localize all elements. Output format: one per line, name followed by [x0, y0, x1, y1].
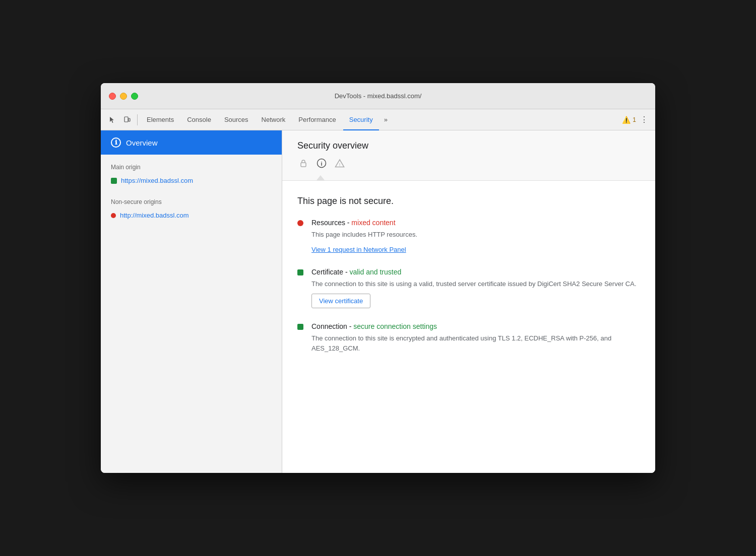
connection-item: Connection - secure connection settings …	[297, 322, 640, 358]
certificate-item: Certificate - valid and trusted The conn…	[297, 268, 640, 309]
green-square-icon	[297, 269, 303, 275]
main-content: ℹ Overview Main origin https://mixed.bad…	[101, 130, 655, 473]
caret-indicator	[297, 175, 640, 180]
tab-performance[interactable]: Performance	[292, 109, 342, 130]
certificate-content: Certificate - valid and trusted The conn…	[311, 268, 637, 309]
green-square-icon-2	[297, 324, 303, 330]
insecure-dot-icon	[111, 213, 116, 218]
svg-rect-2	[301, 163, 306, 167]
warning-icon: ⚠️	[622, 116, 631, 124]
secure-dot-icon	[111, 178, 117, 184]
page-status: This page is not secure.	[297, 196, 640, 206]
svg-text:!: !	[339, 162, 341, 167]
certificate-description: The connection to this site is using a v…	[311, 279, 637, 289]
title-bar: DevTools - mixed.badssl.com/	[101, 83, 655, 109]
security-body: This page is not secure. Resources - mix…	[282, 181, 655, 387]
toolbar: Elements Console Sources Network Perform…	[101, 109, 655, 130]
window-title: DevTools - mixed.badssl.com/	[335, 92, 422, 100]
tab-console[interactable]: Console	[181, 109, 217, 130]
caret-triangle	[317, 175, 325, 180]
secure-origin-item[interactable]: https://mixed.badssl.com	[101, 174, 282, 189]
connection-content: Connection - secure connection settings …	[311, 322, 640, 358]
connection-indicator	[297, 324, 303, 358]
resources-indicator	[297, 220, 303, 254]
security-icons-row: i !	[297, 157, 640, 175]
tab-security[interactable]: Security	[343, 109, 379, 130]
warning-triangle-icon: !	[334, 157, 346, 169]
certificate-indicator	[297, 269, 303, 309]
insecure-origin-link[interactable]: http://mixed.badssl.com	[120, 212, 189, 219]
resources-item: Resources - mixed content This page incl…	[297, 219, 640, 254]
menu-button[interactable]: ⋮	[637, 113, 651, 127]
tab-elements[interactable]: Elements	[141, 109, 180, 130]
close-button[interactable]	[109, 93, 116, 100]
tab-sources[interactable]: Sources	[218, 109, 255, 130]
lock-icon	[297, 157, 309, 169]
resources-description: This page includes HTTP resources.	[311, 230, 417, 240]
svg-rect-1	[129, 118, 130, 121]
tab-network[interactable]: Network	[256, 109, 292, 130]
info-circle-icon[interactable]: i	[316, 157, 328, 169]
security-header: Security overview i	[282, 130, 655, 181]
svg-rect-0	[124, 117, 128, 122]
overview-label: Overview	[126, 138, 158, 147]
device-icon[interactable]	[120, 113, 134, 127]
warning-count: 1	[633, 116, 636, 123]
red-dot-icon	[297, 220, 303, 226]
svg-text:i: i	[321, 161, 322, 167]
insecure-origin-item[interactable]: http://mixed.badssl.com	[101, 208, 282, 224]
content-panel: Security overview i	[282, 130, 655, 473]
maximize-button[interactable]	[131, 93, 138, 100]
minimize-button[interactable]	[120, 93, 127, 100]
toolbar-divider	[137, 114, 138, 125]
resources-content: Resources - mixed content This page incl…	[311, 219, 417, 254]
connection-description: The connection to this site is encrypted…	[311, 333, 640, 353]
more-tabs-button[interactable]: »	[380, 109, 392, 130]
warning-badge[interactable]: ⚠️ 1	[622, 116, 636, 124]
sidebar: ℹ Overview Main origin https://mixed.bad…	[101, 130, 282, 473]
secure-origin-link[interactable]: https://mixed.badssl.com	[121, 177, 193, 184]
view-request-link[interactable]: View 1 request in Network Panel	[311, 246, 406, 253]
connection-title: Connection - secure connection settings	[311, 322, 640, 330]
resources-title: Resources - mixed content	[311, 219, 417, 227]
main-origin-label: Main origin	[101, 155, 282, 174]
security-overview-title: Security overview	[297, 141, 640, 151]
cursor-icon[interactable]	[105, 113, 119, 127]
info-icon: ℹ	[111, 137, 121, 148]
non-secure-origins-label: Non-secure origins	[101, 189, 282, 208]
devtools-window: DevTools - mixed.badssl.com/ Elements Co…	[101, 83, 655, 473]
certificate-title: Certificate - valid and trusted	[311, 268, 637, 276]
view-certificate-button[interactable]: View certificate	[311, 294, 370, 308]
traffic-lights	[109, 93, 138, 100]
overview-button[interactable]: ℹ Overview	[101, 130, 282, 155]
